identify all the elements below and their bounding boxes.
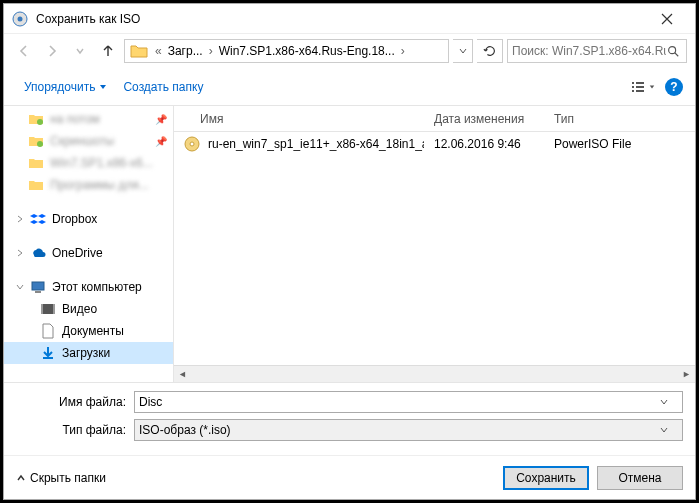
- disc-icon: [184, 136, 200, 152]
- column-headers: Имя Дата изменения Тип: [174, 106, 695, 132]
- scroll-right-icon[interactable]: ►: [678, 366, 695, 383]
- organize-button[interactable]: Упорядочить: [16, 76, 115, 98]
- filename-field[interactable]: [134, 391, 683, 413]
- svg-rect-11: [32, 282, 44, 290]
- app-icon: [12, 11, 28, 27]
- folder-icon: [129, 41, 149, 61]
- search-box[interactable]: [507, 39, 687, 63]
- svg-rect-13: [41, 304, 55, 314]
- col-date[interactable]: Дата изменения: [424, 112, 544, 126]
- pin-icon: 📌: [155, 136, 167, 147]
- forward-button[interactable]: [40, 39, 64, 63]
- svg-rect-3: [632, 82, 634, 84]
- save-button[interactable]: Сохранить: [503, 466, 589, 490]
- pin-icon: 📌: [155, 114, 167, 125]
- sidebar-item-dropbox[interactable]: Dropbox: [4, 208, 173, 230]
- scroll-left-icon[interactable]: ◄: [174, 366, 191, 383]
- hide-folders-button[interactable]: Скрыть папки: [16, 471, 106, 485]
- crumb-2[interactable]: Win7.SP1.x86-x64.Rus-Eng.18...: [215, 44, 399, 58]
- breadcrumb[interactable]: « Загр... › Win7.SP1.x86-x64.Rus-Eng.18.…: [124, 39, 449, 63]
- body: на потом📌 Скриншоты📌 Win7.SP1.x86-x6... …: [4, 106, 695, 382]
- view-options-button[interactable]: [629, 75, 657, 99]
- svg-point-2: [669, 47, 676, 54]
- file-list: Имя Дата изменения Тип ru-en_win7_sp1_ie…: [174, 106, 695, 382]
- svg-rect-12: [35, 291, 41, 293]
- sidebar-item-documents[interactable]: Документы: [4, 320, 173, 342]
- folder-icon: [28, 155, 44, 171]
- svg-point-10: [37, 141, 43, 147]
- svg-rect-14: [41, 304, 43, 314]
- horizontal-scrollbar[interactable]: ◄ ►: [174, 365, 695, 382]
- new-folder-button[interactable]: Создать папку: [115, 76, 211, 98]
- path-dropdown[interactable]: [453, 39, 473, 63]
- recent-dropdown[interactable]: [68, 39, 92, 63]
- video-icon: [40, 301, 56, 317]
- filename-label: Имя файла:: [16, 395, 126, 409]
- toolbar: Упорядочить Создать папку ?: [4, 68, 695, 106]
- chevron-right-icon: [16, 249, 24, 257]
- sidebar: на потом📌 Скриншоты📌 Win7.SP1.x86-x6... …: [4, 106, 174, 382]
- chevron-right-icon: ›: [207, 44, 215, 58]
- search-icon: [666, 44, 682, 58]
- refresh-button[interactable]: [477, 39, 503, 63]
- action-bar: Скрыть папки Сохранить Отмена: [4, 455, 695, 499]
- svg-rect-4: [636, 82, 644, 84]
- filetype-field[interactable]: ISO-образ (*.iso): [134, 419, 683, 441]
- filetype-label: Тип файла:: [16, 423, 126, 437]
- sidebar-item-downloads[interactable]: Загрузки: [4, 342, 173, 364]
- svg-rect-7: [632, 90, 634, 92]
- navbar: « Загр... › Win7.SP1.x86-x64.Rus-Eng.18.…: [4, 34, 695, 68]
- file-rows: ru-en_win7_sp1_ie11+_x86-x64_18in1_acti.…: [174, 132, 695, 365]
- search-input[interactable]: [512, 44, 666, 58]
- svg-point-9: [37, 119, 43, 125]
- folder-icon: [28, 177, 44, 193]
- svg-rect-5: [632, 86, 634, 88]
- window-title: Сохранить как ISO: [36, 12, 647, 26]
- sidebar-item-video[interactable]: Видео: [4, 298, 173, 320]
- chevron-up-icon: [16, 473, 26, 483]
- svg-rect-6: [636, 86, 644, 88]
- sidebar-item-pinned[interactable]: Win7.SP1.x86-x6...: [4, 152, 173, 174]
- filename-input[interactable]: [139, 395, 660, 409]
- chevron-down-icon: [16, 283, 24, 291]
- dropbox-icon: [30, 211, 46, 227]
- chevron-down-icon[interactable]: [660, 426, 678, 434]
- computer-icon: [30, 279, 46, 295]
- file-row[interactable]: ru-en_win7_sp1_ie11+_x86-x64_18in1_acti.…: [174, 132, 695, 156]
- sidebar-item-pinned[interactable]: Скриншоты📌: [4, 130, 173, 152]
- chevron-left-icon: «: [153, 44, 164, 58]
- documents-icon: [40, 323, 56, 339]
- svg-point-17: [190, 142, 194, 146]
- sidebar-item-onedrive[interactable]: OneDrive: [4, 242, 173, 264]
- col-name[interactable]: Имя: [174, 112, 424, 126]
- svg-rect-15: [53, 304, 55, 314]
- titlebar: Сохранить как ISO: [4, 4, 695, 34]
- sidebar-item-pinned[interactable]: на потом📌: [4, 108, 173, 130]
- chevron-right-icon: ›: [399, 44, 407, 58]
- onedrive-icon: [30, 245, 46, 261]
- chevron-down-icon[interactable]: [660, 398, 678, 406]
- close-button[interactable]: [647, 5, 687, 33]
- col-type[interactable]: Тип: [544, 112, 695, 126]
- folder-icon: [28, 133, 44, 149]
- svg-rect-8: [636, 90, 644, 92]
- help-button[interactable]: ?: [665, 78, 683, 96]
- svg-point-1: [18, 16, 23, 21]
- crumb-1[interactable]: Загр...: [164, 44, 207, 58]
- sidebar-item-pc[interactable]: Этот компьютер: [4, 276, 173, 298]
- cancel-button[interactable]: Отмена: [597, 466, 683, 490]
- filename-panel: Имя файла: Тип файла: ISO-образ (*.iso): [4, 382, 695, 455]
- folder-icon: [28, 111, 44, 127]
- sidebar-item-pinned[interactable]: Программы для...: [4, 174, 173, 196]
- filetype-value: ISO-образ (*.iso): [139, 423, 660, 437]
- up-button[interactable]: [96, 39, 120, 63]
- save-dialog: Сохранить как ISO « Загр... › Win7.SP1.x…: [3, 3, 696, 500]
- downloads-icon: [40, 345, 56, 361]
- back-button[interactable]: [12, 39, 36, 63]
- chevron-right-icon: [16, 215, 24, 223]
